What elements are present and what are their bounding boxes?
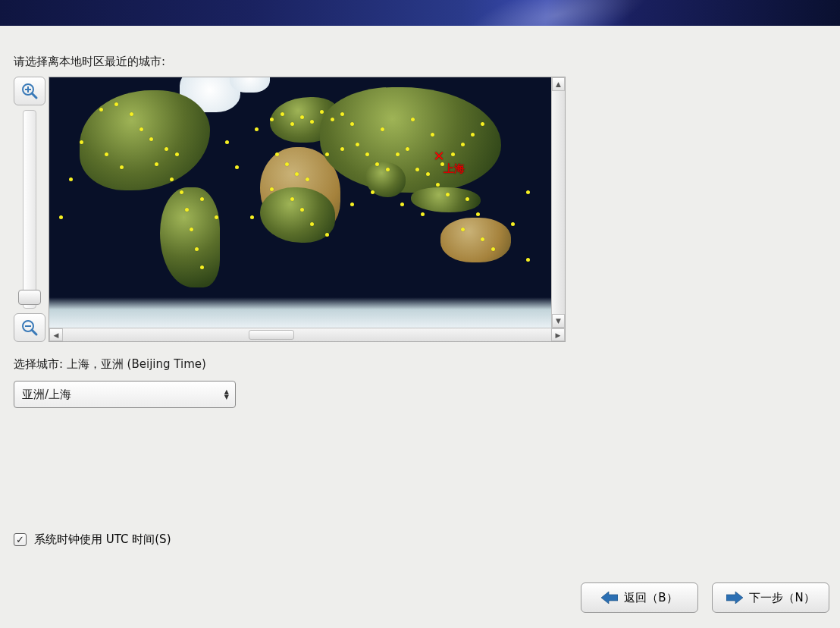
selected-city-text: 选择城市: 上海，亚洲 (Beijing Time)	[14, 357, 826, 372]
timezone-combobox[interactable]: 亚洲/上海 ▲▼	[14, 381, 236, 408]
scroll-down-icon[interactable]: ▼	[552, 314, 565, 328]
selected-city-label: 上海	[444, 162, 465, 176]
timezone-prompt: 请选择离本地时区最近的城市:	[14, 55, 826, 69]
back-button[interactable]: 返回（B）	[581, 582, 698, 613]
map-container: ✕ 上海 ▲ ▼ ◀ ▶	[49, 77, 566, 342]
timezone-value: 亚洲/上海	[22, 388, 71, 402]
chevron-updown-icon: ▲▼	[224, 389, 229, 400]
header-banner	[0, 0, 840, 26]
back-button-label: 返回（B）	[624, 591, 677, 605]
arrow-right-icon	[726, 592, 743, 604]
arrow-left-icon	[601, 592, 618, 604]
svg-line-1	[32, 93, 36, 98]
svg-line-5	[32, 330, 36, 334]
map-area: ✕ 上海 ▲ ▼ ◀ ▶	[14, 77, 826, 342]
zoom-slider-handle[interactable]	[18, 290, 41, 305]
utc-label: 系统时钟使用 UTC 时间(S)	[34, 532, 171, 547]
next-button-label: 下一步（N）	[749, 591, 814, 605]
svg-marker-8	[726, 592, 743, 604]
zoom-in-icon	[20, 82, 39, 100]
scroll-up-icon[interactable]: ▲	[552, 77, 565, 91]
footer-buttons: 返回（B） 下一步（N）	[581, 582, 829, 613]
utc-checkbox[interactable]: ✓	[14, 533, 27, 546]
scrollbar-thumb[interactable]	[249, 330, 294, 340]
map-vertical-scrollbar[interactable]: ▲ ▼	[551, 77, 565, 328]
zoom-controls	[14, 77, 45, 342]
zoom-out-icon	[20, 319, 39, 337]
scroll-right-icon[interactable]: ▶	[551, 328, 565, 341]
zoom-in-button[interactable]	[14, 77, 45, 105]
svg-marker-7	[601, 592, 618, 604]
zoom-out-button[interactable]	[14, 313, 45, 342]
world-map[interactable]: ✕ 上海	[49, 77, 551, 328]
selected-city-marker: ✕	[433, 152, 444, 160]
next-button[interactable]: 下一步（N）	[712, 582, 829, 613]
scroll-left-icon[interactable]: ◀	[49, 328, 63, 341]
utc-option: ✓ 系统时钟使用 UTC 时间(S)	[14, 532, 171, 547]
zoom-slider[interactable]	[23, 110, 36, 309]
map-horizontal-scrollbar[interactable]: ◀ ▶	[49, 328, 565, 341]
